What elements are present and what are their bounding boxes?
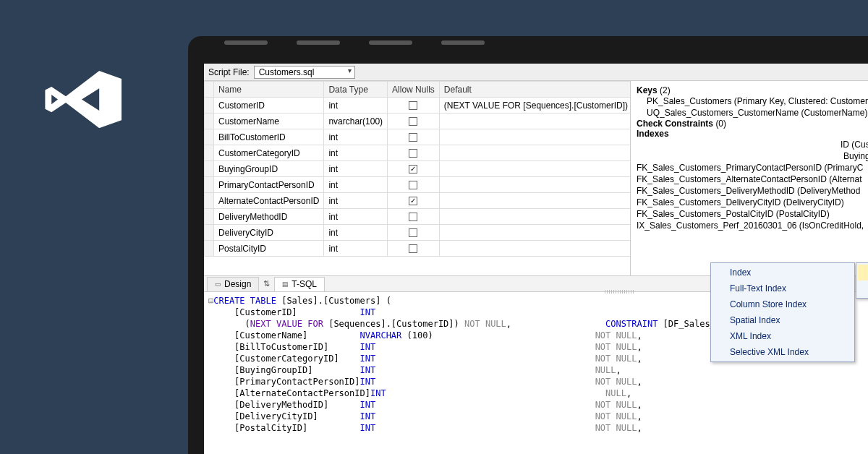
row-header[interactable] <box>205 209 214 225</box>
cell-name[interactable]: DeliveryMethodID <box>214 209 324 225</box>
cell-default[interactable] <box>439 161 631 177</box>
row-header[interactable] <box>205 241 214 257</box>
cell-datatype[interactable]: int <box>324 209 388 225</box>
cell-datatype[interactable]: int <box>324 161 388 177</box>
row-header[interactable] <box>205 113 214 129</box>
table-row[interactable]: PrimaryContactPersonIDint <box>205 177 631 193</box>
context-menu-main: Add New▶ Switch to T-SQL Pane <box>856 262 868 299</box>
table-row[interactable]: CustomerIDint(NEXT VALUE FOR [Sequences]… <box>205 98 631 113</box>
menu-item-fulltext-index[interactable]: Full-Text Index <box>712 280 853 296</box>
cell-allownulls[interactable] <box>388 177 440 193</box>
cell-datatype[interactable]: int <box>324 241 388 257</box>
fk-item[interactable]: FK_Sales_Customers_PrimaryContactPersonI… <box>637 162 868 174</box>
table-row[interactable]: DeliveryCityIDint <box>205 225 631 241</box>
swap-icon[interactable]: ⇅ <box>260 278 273 290</box>
cell-name[interactable]: CustomerName <box>214 113 324 129</box>
cell-datatype[interactable]: int <box>324 98 388 113</box>
menu-item-selective-xml-index[interactable]: Selective XML Index <box>712 344 853 360</box>
cell-datatype[interactable]: int <box>324 129 388 145</box>
cell-default[interactable] <box>439 225 631 241</box>
fk-item[interactable]: BuyingGroupID) <box>637 150 868 162</box>
menu-item-columnstore-index[interactable]: Column Store Index <box>712 296 853 312</box>
splitter-handle[interactable] <box>605 290 634 294</box>
menu-item-add-new[interactable]: Add New▶ <box>858 265 868 280</box>
cell-datatype[interactable]: int <box>324 145 388 161</box>
fk-item[interactable]: FK_Sales_Customers_PostalCityID (PostalC… <box>637 208 868 220</box>
checkbox-icon[interactable]: ✓ <box>409 165 417 174</box>
cell-name[interactable]: CustomerID <box>214 98 324 113</box>
cell-name[interactable]: AlternateContactPersonID <box>214 193 324 209</box>
fk-item[interactable]: IX_Sales_Customers_Perf_20160301_06 (IsO… <box>637 220 868 231</box>
table-row[interactable]: AlternateContactPersonIDint✓ <box>205 193 631 209</box>
key-item[interactable]: PK_Sales_Customers (Primary Key, Cluster… <box>637 95 868 107</box>
cell-datatype[interactable]: int <box>324 177 388 193</box>
row-header[interactable] <box>205 98 214 113</box>
cell-default[interactable] <box>439 113 631 129</box>
key-item[interactable]: UQ_Sales_Customers_CustomerName (Custome… <box>637 107 868 119</box>
cell-default[interactable] <box>439 193 631 209</box>
columns-grid[interactable]: Name Data Type Allow Nulls Default Custo… <box>204 81 631 275</box>
checkbox-icon[interactable] <box>409 244 417 253</box>
menu-item-switch-tsql[interactable]: Switch to T-SQL Pane <box>858 280 868 296</box>
cell-default[interactable] <box>439 129 631 145</box>
cell-name[interactable]: BuyingGroupID <box>214 161 324 177</box>
cell-allownulls[interactable] <box>388 225 440 241</box>
cell-default[interactable] <box>439 177 631 193</box>
cell-datatype[interactable]: int <box>324 193 388 209</box>
cell-name[interactable]: PostalCityID <box>214 241 324 257</box>
col-datatype[interactable]: Data Type <box>324 82 388 98</box>
table-row[interactable]: BuyingGroupIDint✓ <box>205 161 631 177</box>
cell-allownulls[interactable] <box>388 129 440 145</box>
cell-allownulls[interactable]: ✓ <box>388 161 440 177</box>
cell-allownulls[interactable] <box>388 241 440 257</box>
checkbox-icon[interactable] <box>409 149 417 158</box>
table-row[interactable]: DeliveryMethodIDint <box>205 209 631 225</box>
col-name[interactable]: Name <box>214 82 324 98</box>
cell-allownulls[interactable] <box>388 98 440 113</box>
table-row[interactable]: CustomerNamenvarchar(100) <box>205 113 631 129</box>
checkbox-icon[interactable] <box>409 228 417 237</box>
cell-name[interactable]: BillToCustomerID <box>214 129 324 145</box>
cell-allownulls[interactable] <box>388 145 440 161</box>
row-header[interactable] <box>205 225 214 241</box>
checkbox-icon[interactable] <box>409 117 417 126</box>
col-default[interactable]: Default <box>439 82 631 98</box>
cell-datatype[interactable]: int <box>324 225 388 241</box>
checkbox-icon[interactable] <box>409 213 417 221</box>
menu-item-xml-index[interactable]: XML Index <box>712 328 853 344</box>
cell-allownulls[interactable] <box>388 113 440 129</box>
device-frame: Script File: Customers.sql Name Data Typ… <box>188 36 868 454</box>
cell-default[interactable] <box>439 145 631 161</box>
cell-default[interactable] <box>439 241 631 257</box>
cell-datatype[interactable]: nvarchar(100) <box>324 113 388 129</box>
row-header[interactable] <box>205 177 214 193</box>
cell-name[interactable]: DeliveryCityID <box>214 225 324 241</box>
cell-allownulls[interactable] <box>388 209 440 225</box>
checkbox-icon[interactable] <box>409 101 417 110</box>
cell-allownulls[interactable]: ✓ <box>388 193 440 209</box>
fk-item[interactable]: ID (CustomerCat <box>637 139 868 150</box>
row-header[interactable] <box>205 161 214 177</box>
cell-name[interactable]: CustomerCategoryID <box>214 145 324 161</box>
tab-tsql[interactable]: ▤T-SQL <box>274 277 325 291</box>
cell-default[interactable]: (NEXT VALUE FOR [Sequences].[CustomerID]… <box>439 98 631 113</box>
menu-item-spatial-index[interactable]: Spatial Index <box>712 312 853 328</box>
fk-item[interactable]: FK_Sales_Customers_AlternateContactPerso… <box>637 174 868 185</box>
table-row[interactable]: CustomerCategoryIDint <box>205 145 631 161</box>
col-allownulls[interactable]: Allow Nulls <box>388 82 440 98</box>
checkbox-icon[interactable]: ✓ <box>409 197 417 205</box>
row-header[interactable] <box>205 145 214 161</box>
menu-item-index[interactable]: Index <box>712 265 853 280</box>
fk-item[interactable]: FK_Sales_Customers_DeliveryMethodID (Del… <box>637 185 868 197</box>
checkbox-icon[interactable] <box>409 133 417 142</box>
table-row[interactable]: BillToCustomerIDint <box>205 129 631 145</box>
script-file-dropdown[interactable]: Customers.sql <box>254 66 355 79</box>
table-row[interactable]: PostalCityIDint <box>205 241 631 257</box>
row-header[interactable] <box>205 193 214 209</box>
checkbox-icon[interactable] <box>409 181 417 189</box>
fk-item[interactable]: FK_Sales_Customers_DeliveryCityID (Deliv… <box>637 197 868 208</box>
tab-design[interactable]: ▭Design <box>207 277 259 291</box>
cell-default[interactable] <box>439 209 631 225</box>
cell-name[interactable]: PrimaryContactPersonID <box>214 177 324 193</box>
row-header[interactable] <box>205 129 214 145</box>
